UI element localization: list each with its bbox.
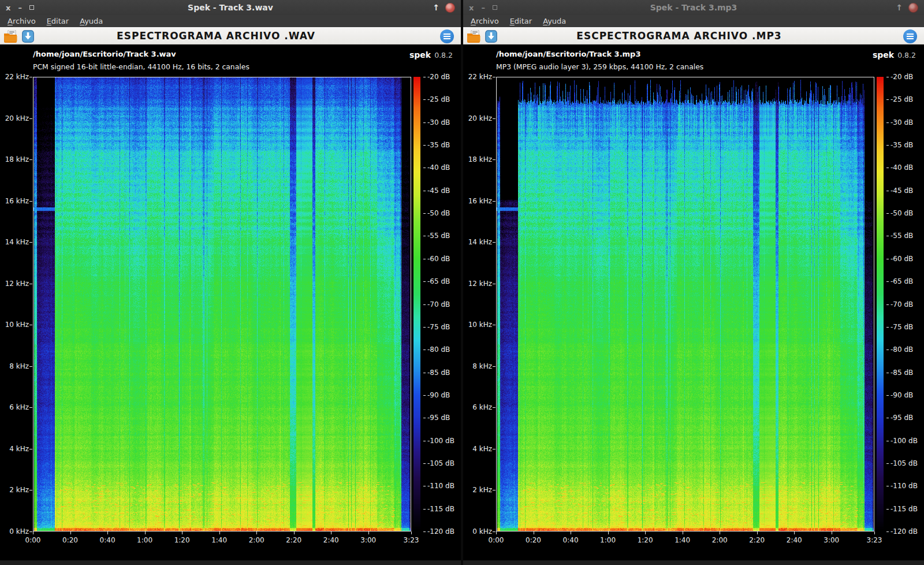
freq-tick-label: 4 kHz xyxy=(0,445,29,453)
titlebar-right-icons: ↑ xyxy=(433,0,455,15)
open-file-icon[interactable] xyxy=(467,30,482,43)
time-tick xyxy=(720,531,720,534)
freq-tick xyxy=(493,159,495,160)
save-spectrogram-icon[interactable] xyxy=(485,30,497,43)
freq-tick xyxy=(29,531,32,532)
freq-tick-label: 12 kHz xyxy=(463,280,492,288)
open-file-icon[interactable] xyxy=(3,30,18,43)
db-tick-label: -80 dB xyxy=(891,345,913,354)
db-tick-label: -50 dB xyxy=(427,209,450,217)
scroll-up-icon[interactable]: ↑ xyxy=(433,3,439,12)
freq-tick xyxy=(493,201,495,202)
time-tick-label: 2:40 xyxy=(318,536,344,544)
time-tick xyxy=(683,531,683,534)
save-spectrogram-icon[interactable] xyxy=(22,30,34,43)
freq-tick xyxy=(29,201,32,202)
toolbar: ESCPECTROGRAMA ARCHIVO .MP3 xyxy=(463,27,924,44)
db-tick xyxy=(886,486,889,486)
db-tick-label: -60 dB xyxy=(427,255,450,263)
db-tick-label: -100 dB xyxy=(891,437,918,445)
menu-ayuda[interactable]: Ayuda xyxy=(541,17,568,25)
menu-editar[interactable]: Editar xyxy=(45,17,71,25)
titlebar[interactable]: x – Spek - Track 3.mp3 ↑ xyxy=(463,0,924,15)
freq-tick-label: 0 kHz xyxy=(0,527,29,536)
window-title: Spek - Track 3.wav xyxy=(0,3,461,12)
time-tick-label: 1:00 xyxy=(595,536,621,544)
db-tick xyxy=(423,191,426,191)
freq-tick-label: 18 kHz xyxy=(0,155,29,163)
freq-tick-label: 18 kHz xyxy=(463,155,492,163)
time-tick xyxy=(608,531,609,534)
app-version-number: 0.8.2 xyxy=(434,51,453,60)
freq-tick xyxy=(29,449,32,449)
menu-ayuda[interactable]: Ayuda xyxy=(78,17,105,25)
db-tick xyxy=(886,395,889,396)
db-tick-label: -85 dB xyxy=(891,369,913,377)
freq-tick-label: 16 kHz xyxy=(0,197,29,205)
db-tick-label: -40 dB xyxy=(891,163,913,172)
freq-tick xyxy=(29,242,32,243)
db-tick-label: -90 dB xyxy=(891,391,913,399)
menubar: Archivo Editar Ayuda xyxy=(0,15,461,27)
db-tick-label: -120 dB xyxy=(427,527,454,536)
menu-editar[interactable]: Editar xyxy=(508,17,534,25)
notification-badge-icon[interactable] xyxy=(445,3,455,13)
db-tick-label: -115 dB xyxy=(427,505,454,513)
window-spek-wav: x – Spek - Track 3.wav ↑ Archivo Editar … xyxy=(0,0,461,565)
menu-circle-icon[interactable] xyxy=(903,29,917,43)
time-tick-label: 0:20 xyxy=(58,536,83,544)
db-tick xyxy=(423,531,426,532)
time-tick xyxy=(411,531,412,534)
db-tick xyxy=(886,281,889,282)
db-tick-label: -45 dB xyxy=(427,187,450,195)
freq-tick-label: 8 kHz xyxy=(463,362,492,370)
spectrogram-heading: ESPECTROGRAMA ARCHIVO .WAV xyxy=(40,30,392,42)
freq-tick-label: 4 kHz xyxy=(463,445,492,453)
db-tick xyxy=(886,373,889,373)
db-tick xyxy=(886,213,889,214)
db-tick-label: -110 dB xyxy=(427,482,454,490)
menu-circle-icon[interactable] xyxy=(440,29,454,43)
db-tick-label: -95 dB xyxy=(891,414,913,422)
time-tick xyxy=(294,531,295,534)
db-tick xyxy=(423,486,426,486)
freq-tick-label: 12 kHz xyxy=(0,280,29,288)
freq-tick-label: 14 kHz xyxy=(0,238,29,246)
app-version: spek0.8.2 xyxy=(873,49,916,60)
db-tick xyxy=(423,145,426,146)
db-tick xyxy=(886,168,889,168)
notification-badge-icon[interactable] xyxy=(908,3,918,13)
db-tick xyxy=(886,327,889,328)
time-tick-label: 3:00 xyxy=(356,536,381,544)
db-tick-label: -20 dB xyxy=(427,73,450,81)
freq-tick xyxy=(29,159,32,160)
time-tick-label: 0:00 xyxy=(20,536,46,544)
menu-archivo[interactable]: Archivo xyxy=(469,17,501,25)
time-tick-label: 3:23 xyxy=(398,536,424,544)
freq-tick-label: 22 kHz xyxy=(0,73,29,81)
time-tick-label: 3:00 xyxy=(819,536,844,544)
freq-tick-label: 20 kHz xyxy=(0,114,29,122)
time-tick xyxy=(832,531,832,534)
freq-tick-label: 20 kHz xyxy=(463,114,492,122)
time-tick-label: 0:20 xyxy=(521,536,546,544)
freq-tick-label: 14 kHz xyxy=(463,238,492,246)
db-tick-label: -120 dB xyxy=(891,527,918,536)
time-tick xyxy=(368,531,369,534)
menubar: Archivo Editar Ayuda xyxy=(463,15,924,27)
db-tick-label: -30 dB xyxy=(891,118,913,127)
spectrogram-canvas-wav xyxy=(33,77,411,531)
app-name: spek xyxy=(873,50,894,60)
freq-tick xyxy=(493,531,495,532)
db-tick-label: -95 dB xyxy=(427,414,450,422)
scroll-up-icon[interactable]: ↑ xyxy=(896,3,903,12)
time-tick-label: 1:00 xyxy=(132,536,158,544)
toolbar: ESPECTROGRAMA ARCHIVO .WAV xyxy=(0,27,461,44)
menu-archivo[interactable]: Archivo xyxy=(6,17,38,25)
titlebar[interactable]: x – Spek - Track 3.wav ↑ xyxy=(0,0,461,15)
freq-tick xyxy=(29,366,32,367)
desktop: x – Spek - Track 3.wav ↑ Archivo Editar … xyxy=(0,0,924,565)
db-tick-label: -105 dB xyxy=(891,459,918,467)
freq-tick-label: 10 kHz xyxy=(463,321,492,329)
time-tick xyxy=(757,531,758,534)
